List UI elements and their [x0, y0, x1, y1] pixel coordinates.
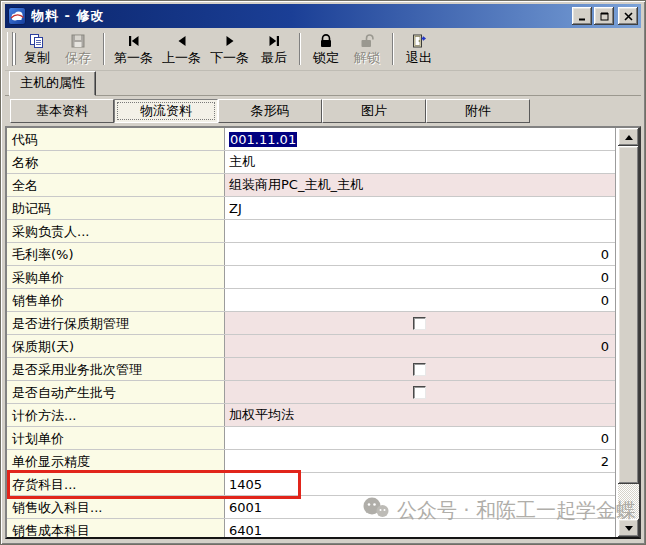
unlock-icon [359, 32, 375, 49]
minimize-button[interactable] [572, 7, 592, 25]
row-checkbox[interactable] [413, 317, 426, 330]
row-value-cell[interactable] [225, 381, 615, 403]
row-checkbox[interactable] [413, 363, 426, 376]
row-value-cell[interactable]: 2 [225, 450, 615, 472]
row-value-text: 组装商用PC_主机_主机 [229, 176, 363, 194]
row-label: 助记码 [7, 197, 225, 219]
property-grid: 代码 001.11.01 名称 主机 全名 组装商用PC_主机_主机 助记码 Z… [5, 126, 641, 539]
unlock-label: 解锁 [354, 49, 380, 66]
maximize-icon [600, 12, 609, 21]
row-label: 销售成本科目 [7, 519, 225, 537]
scrollbar-thumb[interactable] [618, 146, 639, 484]
table-row[interactable]: 采购单价 0 [7, 266, 615, 289]
exit-label: 退出 [406, 49, 432, 66]
row-value-cell[interactable]: 0 [225, 427, 615, 449]
previous-record-button[interactable]: 上一条 [158, 30, 205, 68]
table-row[interactable]: 全名 组装商用PC_主机_主机 [7, 174, 615, 197]
lock-button[interactable]: 锁定 [306, 30, 346, 68]
scroll-down-button[interactable] [618, 519, 639, 537]
first-record-label: 第一条 [114, 49, 153, 66]
scroll-up-button[interactable] [618, 128, 639, 146]
maximize-button[interactable] [594, 7, 614, 25]
material-edit-window: 物料 - 修改 复制 [0, 0, 646, 545]
row-value-cell[interactable]: 0 [225, 289, 615, 311]
row-value-text: 2 [601, 454, 609, 469]
vertical-scrollbar[interactable] [618, 128, 639, 537]
row-label: 全名 [7, 174, 225, 196]
toolbar-grip[interactable] [7, 32, 13, 66]
tab-host-properties[interactable]: 主机的属性 [9, 71, 96, 96]
row-value-cell[interactable]: 加权平均法 [225, 404, 615, 426]
table-row[interactable]: 代码 001.11.01 [7, 128, 615, 151]
row-value-cell[interactable]: 0 [225, 243, 615, 265]
property-tabstrip: 主机的属性 [5, 71, 641, 96]
table-row[interactable]: 是否进行保质期管理 [7, 312, 615, 335]
first-record-button[interactable]: 第一条 [110, 30, 157, 68]
row-value-cell[interactable]: 6001 [225, 496, 615, 518]
row-value-cell[interactable]: ZJ [225, 197, 615, 219]
tab-picture[interactable]: 图片 [322, 99, 426, 123]
row-value-cell[interactable]: 主机 [225, 151, 615, 173]
table-row[interactable]: 保质期(天) 0 [7, 335, 615, 358]
tab-basic-info[interactable]: 基本资料 [10, 99, 114, 123]
table-row[interactable]: 销售收入科目... 6001 [7, 496, 615, 519]
toolbar-separator [103, 33, 105, 65]
tab-attachment[interactable]: 附件 [426, 99, 530, 123]
table-row[interactable]: 助记码 ZJ [7, 197, 615, 220]
row-label: 销售收入科目... [7, 496, 225, 518]
scrollbar-track[interactable] [618, 484, 639, 519]
copy-icon [29, 32, 45, 49]
save-icon [70, 32, 86, 49]
row-value-cell[interactable] [225, 312, 615, 334]
table-row[interactable]: 采购负责人... [7, 220, 615, 243]
table-row[interactable]: 名称 主机 [7, 151, 615, 174]
tab-logistics-info[interactable]: 物流资料 [114, 99, 218, 123]
toolbar-separator [392, 33, 394, 65]
row-value-cell[interactable]: 001.11.01 [225, 128, 615, 150]
table-row[interactable]: 是否采用业务批次管理 [7, 358, 615, 381]
copy-button[interactable]: 复制 [17, 30, 57, 68]
exit-button[interactable]: 退出 [399, 30, 439, 68]
titlebar[interactable]: 物料 - 修改 [5, 4, 641, 28]
next-record-button[interactable]: 下一条 [206, 30, 253, 68]
row-label: 存货科目... [7, 473, 225, 495]
row-value-text: 加权平均法 [229, 406, 294, 424]
copy-label: 复制 [24, 49, 50, 66]
row-value-cell[interactable] [225, 358, 615, 380]
minimize-icon [578, 12, 587, 21]
row-value-text: 0 [601, 293, 609, 308]
row-value-cell[interactable]: 1405 [225, 473, 615, 495]
unlock-button[interactable]: 解锁 [347, 30, 387, 68]
row-label: 单价显示精度 [7, 450, 225, 472]
next-record-label: 下一条 [210, 49, 249, 66]
row-value-cell[interactable]: 6401 [225, 519, 615, 537]
row-value-text: 主机 [229, 153, 255, 171]
row-value-text: 1405 [229, 477, 262, 492]
row-value-cell[interactable]: 0 [225, 335, 615, 357]
window-title: 物料 - 修改 [31, 7, 567, 25]
row-checkbox[interactable] [413, 386, 426, 399]
table-row[interactable]: 销售成本科目 6401 [7, 519, 615, 537]
row-value-cell[interactable]: 0 [225, 266, 615, 288]
last-record-label: 最后 [261, 49, 287, 66]
tab-barcode[interactable]: 条形码 [218, 99, 322, 123]
row-value-cell[interactable] [225, 220, 615, 242]
save-button[interactable]: 保存 [58, 30, 98, 68]
row-value-cell[interactable]: 组装商用PC_主机_主机 [225, 174, 615, 196]
table-row[interactable]: 计价方法... 加权平均法 [7, 404, 615, 427]
row-label: 计价方法... [7, 404, 225, 426]
table-row[interactable]: 计划单价 0 [7, 427, 615, 450]
last-record-button[interactable]: 最后 [254, 30, 294, 68]
table-row[interactable]: 存货科目... 1405 [7, 473, 615, 496]
close-button[interactable] [618, 7, 638, 25]
table-row[interactable]: 单价显示精度 2 [7, 450, 615, 473]
row-label: 名称 [7, 151, 225, 173]
row-label: 是否采用业务批次管理 [7, 358, 225, 380]
row-value-text: ZJ [229, 201, 242, 216]
row-label: 毛利率(%) [7, 243, 225, 265]
row-label: 计划单价 [7, 427, 225, 449]
table-row[interactable]: 是否自动产生批号 [7, 381, 615, 404]
table-row[interactable]: 毛利率(%) 0 [7, 243, 615, 266]
previous-record-label: 上一条 [162, 49, 201, 66]
table-row[interactable]: 销售单价 0 [7, 289, 615, 312]
